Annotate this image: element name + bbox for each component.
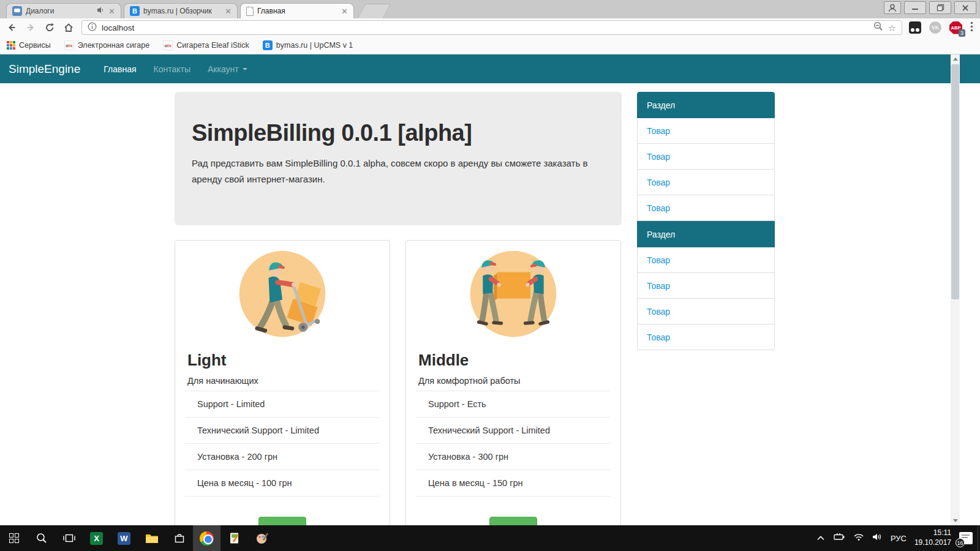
profile-button[interactable]	[884, 1, 901, 14]
sidebar-item-product[interactable]: Товар	[637, 118, 775, 144]
chevron-down-icon	[243, 68, 247, 70]
task-view-button[interactable]	[55, 525, 83, 551]
zoom-level-icon[interactable]	[873, 21, 883, 34]
sidebar-item-product[interactable]: Товар	[637, 195, 775, 221]
start-button[interactable]	[0, 525, 28, 551]
screen: Диалоги ✕ B bymas.ru | Обзорчик ✕ Главна…	[0, 0, 980, 551]
feature-item: Support - Есть	[416, 391, 611, 417]
search-icon	[36, 533, 47, 544]
bookmark-eleaf[interactable]: olx Сигарета Eleaf iStick	[163, 40, 249, 50]
window-controls	[884, 1, 976, 14]
taskbar-clock[interactable]: 15:11 19.10.2017	[914, 528, 951, 547]
tab-glavnaya[interactable]: Главная ✕	[240, 3, 354, 18]
task-view-icon	[63, 533, 75, 543]
store-bag-icon	[174, 533, 185, 544]
tab-bymas[interactable]: B bymas.ru | Обзорчик ✕	[124, 3, 238, 18]
sidebar-item-product[interactable]: Товар	[637, 170, 775, 195]
sidebar-item-product[interactable]: Товар	[637, 324, 775, 350]
taskbar-editor-button[interactable]	[221, 525, 248, 551]
minimize-button[interactable]	[904, 1, 926, 14]
plan-features: Support - Limited Технический Support - …	[185, 391, 380, 497]
page-scrollbar[interactable]	[951, 54, 960, 525]
tab-title: bymas.ru | Обзорчик	[143, 7, 221, 15]
wifi-icon[interactable]	[853, 533, 864, 544]
scroll-down-icon[interactable]	[951, 516, 960, 525]
page-info-icon[interactable]	[88, 22, 97, 34]
sidebar-item-product[interactable]: Товар	[637, 273, 775, 299]
plan-features: Support - Есть Технический Support - Lim…	[416, 391, 611, 497]
maximize-button[interactable]	[929, 1, 951, 14]
site-brand[interactable]: SimpleEngine	[9, 62, 80, 76]
bookmark-label: Сервисы	[19, 41, 51, 50]
close-window-button[interactable]	[954, 1, 976, 14]
order-button[interactable]	[258, 517, 306, 525]
new-tab-button[interactable]	[358, 4, 391, 18]
scroll-up-icon[interactable]	[951, 54, 960, 64]
taskbar-search-button[interactable]	[28, 525, 55, 551]
home-icon[interactable]	[62, 21, 75, 34]
windows-logo-icon	[9, 533, 19, 543]
feature-item: Support - Limited	[185, 391, 380, 417]
nav-item-home[interactable]: Главная	[95, 64, 145, 74]
nav-item-account[interactable]: Аккаунт	[199, 64, 256, 74]
battery-charging-icon[interactable]	[833, 533, 845, 544]
language-indicator[interactable]: РУС	[891, 534, 907, 543]
order-button[interactable]	[489, 517, 537, 525]
chat-favicon	[12, 6, 22, 16]
page-favicon	[246, 7, 254, 16]
chrome-icon	[200, 531, 214, 545]
bookmark-services[interactable]: Сервисы	[7, 41, 51, 50]
taskbar-excel-button[interactable]: X	[83, 525, 110, 551]
taskbar-word-button[interactable]: W	[110, 525, 138, 551]
browser-menu-icon[interactable]	[970, 21, 973, 34]
bookmark-label: bymas.ru | UpCMS v 1	[276, 41, 353, 50]
feature-item: Установка - 200 грн	[185, 443, 380, 470]
bookmark-bymas[interactable]: B bymas.ru | UpCMS v 1	[263, 40, 353, 50]
page-title: SimpleBilling 0.0.1 [alpha]	[192, 120, 605, 146]
tray-chevron-icon[interactable]	[816, 533, 825, 544]
bookmark-cigarette[interactable]: olx Электронная сигаре	[64, 40, 149, 50]
sidebar-item-product[interactable]: Товар	[637, 144, 775, 170]
adblock-plus-icon[interactable]: ABP 3	[949, 21, 962, 34]
close-tab-icon[interactable]: ✕	[341, 7, 348, 15]
site-navbar: SimpleEngine Главная Контакты Аккаунт	[0, 54, 980, 83]
sidebar-item-product[interactable]: Товар	[637, 299, 775, 324]
clock-date: 19.10.2017	[914, 538, 951, 548]
close-tab-icon[interactable]: ✕	[225, 7, 232, 15]
taskbar-chrome-button[interactable]	[193, 525, 221, 551]
page-intro-text: Рад представить вам SimpleBilling 0.0.1 …	[192, 156, 605, 188]
show-desktop-button[interactable]	[978, 525, 980, 551]
volume-icon[interactable]	[872, 533, 883, 544]
back-icon[interactable]	[6, 21, 18, 34]
clock-time: 15:11	[914, 528, 951, 538]
extension-dark-icon[interactable]	[909, 21, 921, 34]
sidebar-section-header: Раздел	[637, 92, 775, 118]
paint-palette-icon	[255, 532, 268, 544]
taskbar-store-button[interactable]	[165, 525, 193, 551]
editor-icon	[228, 532, 241, 544]
sidebar-item-product[interactable]: Товар	[637, 247, 775, 273]
feature-item: Цена в месяц - 100 грн	[185, 470, 380, 496]
category-sidebar: Раздел Товар Товар Товар Товар Раздел То…	[637, 92, 775, 350]
taskbar-explorer-button[interactable]	[138, 525, 165, 551]
system-tray: РУС 15:11 19.10.2017 16	[816, 528, 980, 547]
close-tab-icon[interactable]: ✕	[108, 7, 115, 15]
tab-title: Главная	[257, 7, 337, 15]
action-center-icon[interactable]: 16	[959, 532, 973, 544]
pricing-cards: Light Для начинающих Support - Limited Т…	[175, 240, 621, 525]
feature-item: Установка - 300 грн	[416, 443, 611, 470]
tab-audio-icon[interactable]	[97, 6, 105, 16]
taskbar-paint-button[interactable]	[248, 525, 276, 551]
vk-extension-icon[interactable]: VK	[929, 21, 941, 34]
nav-item-contacts[interactable]: Контакты	[145, 64, 199, 74]
url-text[interactable]: localhost	[102, 23, 869, 32]
bookmark-star-icon[interactable]: ☆	[888, 23, 896, 32]
scrollbar-thumb[interactable]	[951, 64, 959, 299]
excel-icon: X	[90, 532, 103, 545]
reload-icon[interactable]	[43, 21, 56, 34]
tab-dialogs[interactable]: Диалоги ✕	[6, 3, 121, 18]
forward-icon[interactable]	[24, 21, 37, 34]
address-bar[interactable]: localhost ☆	[81, 20, 902, 35]
nav-label: Главная	[104, 64, 136, 74]
nav-label: Контакты	[154, 64, 190, 74]
